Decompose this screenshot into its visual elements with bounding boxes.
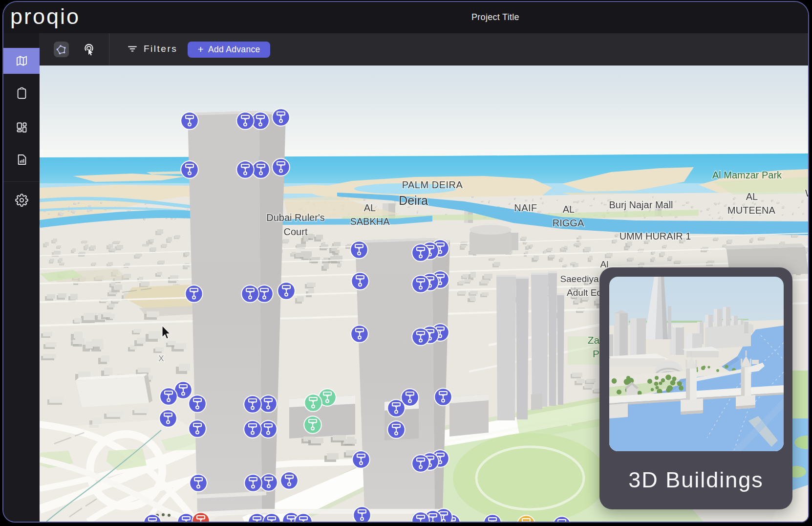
svg-text:Burj Najar Mall: Burj Najar Mall [609, 199, 673, 210]
svg-text:X: X [158, 354, 164, 363]
svg-text:SABKHA: SABKHA [350, 216, 390, 227]
svg-text:NAIF: NAIF [514, 202, 537, 213]
svg-text:RIGGA: RIGGA [553, 218, 584, 228]
svg-text:WA: WA [805, 188, 808, 198]
svg-text:Deira: Deira [399, 194, 428, 207]
svg-text:AL: AL [563, 204, 575, 215]
svg-text:AL: AL [364, 202, 376, 213]
svg-text:P: P [593, 348, 599, 359]
svg-text:Dubai Ruler's: Dubai Ruler's [266, 212, 324, 223]
svg-text:PALM DEIRA: PALM DEIRA [402, 179, 463, 190]
svg-text:Court: Court [284, 226, 308, 237]
svg-text:UMM HURAIR 1: UMM HURAIR 1 [620, 231, 691, 241]
svg-text:MUTEENA: MUTEENA [727, 205, 775, 216]
svg-text:AL: AL [746, 191, 758, 202]
svg-text:Adult Ed: Adult Ed [567, 287, 602, 298]
svg-text:Al Mamzar Park: Al Mamzar Park [712, 170, 782, 180]
svg-text:Za: Za [588, 334, 600, 346]
svg-text:Saeediya: Saeediya [560, 274, 599, 284]
